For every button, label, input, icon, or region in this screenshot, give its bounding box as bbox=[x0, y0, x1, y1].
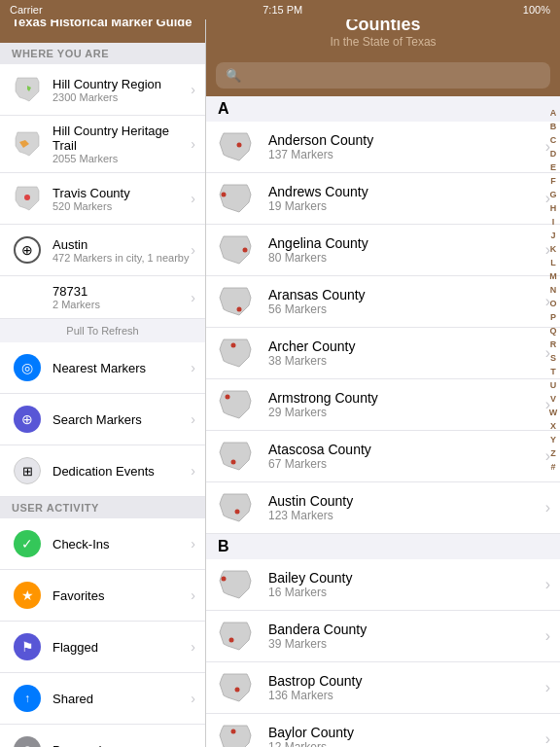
alpha-g[interactable]: G bbox=[549, 188, 556, 201]
heritage-trail-map-icon bbox=[10, 126, 45, 161]
alpha-o[interactable]: O bbox=[549, 297, 556, 310]
alpha-v[interactable]: V bbox=[550, 392, 556, 406]
alpha-t[interactable]: T bbox=[550, 365, 556, 378]
alpha-z[interactable]: Z bbox=[550, 446, 556, 460]
county-count: 39 Markers bbox=[268, 637, 545, 651]
svg-point-15 bbox=[235, 688, 240, 693]
alpha-s[interactable]: S bbox=[550, 351, 556, 365]
county-count: 16 Markers bbox=[268, 586, 545, 599]
alpha-y[interactable]: Y bbox=[550, 433, 556, 446]
county-item[interactable]: Atascosa County 67 Markers › bbox=[206, 431, 560, 482]
svg-point-9 bbox=[231, 343, 236, 348]
alpha-q[interactable]: Q bbox=[549, 324, 556, 338]
chevron-icon: › bbox=[191, 191, 195, 206]
travis-county-map-icon bbox=[10, 181, 45, 216]
item-hill-country-region[interactable]: Hill Country Region 2300 Markers › bbox=[0, 64, 205, 116]
county-count: 137 Markers bbox=[268, 148, 545, 161]
alpha-p[interactable]: P bbox=[550, 310, 556, 324]
svg-point-14 bbox=[229, 638, 234, 643]
county-item[interactable]: Archer County 38 Markers › bbox=[206, 328, 560, 379]
county-item[interactable]: Anderson County 137 Markers › bbox=[206, 122, 560, 173]
county-name: Bandera County bbox=[268, 622, 545, 637]
alpha-a[interactable]: A bbox=[550, 106, 557, 120]
county-name: Austin County bbox=[268, 493, 545, 509]
alpha-hash[interactable]: # bbox=[550, 460, 555, 474]
nearest-markers-title: Nearest Markers bbox=[52, 361, 191, 375]
browsed-title: Browsed bbox=[52, 743, 191, 748]
alpha-u[interactable]: U bbox=[550, 378, 557, 392]
county-text: Aransas County 56 Markers bbox=[268, 287, 545, 316]
county-item[interactable]: Austin County 123 Markers › bbox=[206, 482, 560, 534]
alpha-j[interactable]: J bbox=[550, 229, 555, 242]
county-item[interactable]: Angelina County 80 Markers › bbox=[206, 225, 560, 276]
item-browsed[interactable]: ◷ Browsed › bbox=[0, 725, 205, 747]
alpha-m[interactable]: M bbox=[549, 269, 557, 283]
dedication-events-title: Dedication Events bbox=[52, 464, 191, 479]
left-scroll[interactable]: WHERE YOU ARE Hill Country Region 2300 M… bbox=[0, 43, 205, 747]
alpha-c[interactable]: C bbox=[550, 133, 557, 147]
item-favorites[interactable]: ★ Favorites › bbox=[0, 570, 205, 622]
county-item[interactable]: Baylor County 12 Markers › bbox=[206, 714, 560, 747]
shared-text: Shared bbox=[52, 692, 191, 706]
item-search-markers[interactable]: ⊕ Search Markers › bbox=[0, 394, 205, 445]
county-list-scroll[interactable]: A B C D E F G H I J K L M N O P Q R S T bbox=[206, 96, 560, 747]
alpha-n[interactable]: N bbox=[550, 283, 557, 297]
section-a-header: A bbox=[206, 96, 560, 122]
svg-point-13 bbox=[222, 577, 227, 582]
chevron-icon: › bbox=[191, 742, 195, 747]
county-text: Andrews County 19 Markers bbox=[268, 184, 545, 213]
county-text: Anderson County 137 Markers bbox=[268, 132, 545, 161]
county-item[interactable]: Bailey County 16 Markers › bbox=[206, 559, 560, 611]
alpha-e[interactable]: E bbox=[550, 160, 556, 174]
alpha-i[interactable]: I bbox=[552, 215, 555, 229]
item-checkins[interactable]: ✓ Check-Ins › bbox=[0, 518, 205, 570]
county-count: 19 Markers bbox=[268, 199, 545, 213]
alpha-h[interactable]: H bbox=[550, 201, 557, 215]
travis-county-sub: 520 Markers bbox=[52, 200, 191, 212]
county-item[interactable]: Bandera County 39 Markers › bbox=[206, 611, 560, 662]
alpha-w[interactable]: W bbox=[549, 406, 558, 419]
section-where-you-are: WHERE YOU ARE bbox=[0, 43, 205, 64]
svg-point-12 bbox=[235, 510, 240, 515]
chevron-icon: › bbox=[191, 536, 195, 551]
county-map-icon bbox=[216, 439, 259, 474]
flagged-title: Flagged bbox=[52, 640, 191, 655]
alpha-r[interactable]: R bbox=[550, 338, 557, 351]
austin-sub: 472 Markers in city, 1 nearby bbox=[52, 252, 191, 264]
austin-title: Austin bbox=[52, 237, 191, 252]
county-count: 56 Markers bbox=[268, 302, 545, 316]
alpha-d[interactable]: D bbox=[550, 147, 557, 160]
search-markers-title: Search Markers bbox=[52, 412, 191, 427]
item-dedication-events[interactable]: ⊞ Dedication Events › bbox=[0, 445, 205, 497]
item-travis-county[interactable]: Travis County 520 Markers › bbox=[0, 173, 205, 225]
hill-country-region-sub: 2300 Markers bbox=[52, 91, 191, 103]
county-map-icon bbox=[216, 722, 259, 747]
alpha-x[interactable]: X bbox=[550, 419, 556, 433]
county-item[interactable]: Bastrop County 136 Markers › bbox=[206, 662, 560, 714]
county-text: Bailey County 16 Markers bbox=[268, 570, 545, 599]
favorites-icon: ★ bbox=[10, 578, 45, 613]
item-austin[interactable]: ⊕ Austin 472 Markers in city, 1 nearby › bbox=[0, 225, 205, 276]
alpha-l[interactable]: L bbox=[550, 256, 556, 269]
item-nearest-markers[interactable]: ◎ Nearest Markers › bbox=[0, 342, 205, 394]
county-name: Andrews County bbox=[268, 184, 545, 199]
alpha-index: A B C D E F G H I J K L M N O P Q R S T bbox=[546, 96, 560, 747]
alpha-b[interactable]: B bbox=[550, 120, 557, 133]
svg-point-7 bbox=[243, 248, 248, 253]
chevron-icon: › bbox=[191, 639, 195, 655]
county-item[interactable]: Aransas County 56 Markers › bbox=[206, 276, 560, 328]
search-input-display[interactable]: 🔍 bbox=[216, 62, 550, 89]
alpha-k[interactable]: K bbox=[550, 242, 557, 256]
county-item[interactable]: Armstrong County 29 Markers › bbox=[206, 379, 560, 431]
county-map-icon bbox=[216, 567, 259, 602]
county-text: Angelina County 80 Markers bbox=[268, 235, 545, 265]
item-heritage-trail[interactable]: Hill Country Heritage Trail 2055 Markers… bbox=[0, 116, 205, 173]
county-name: Aransas County bbox=[268, 287, 545, 302]
item-flagged[interactable]: ⚑ Flagged › bbox=[0, 622, 205, 673]
alpha-f[interactable]: F bbox=[550, 174, 556, 188]
county-item[interactable]: Andrews County 19 Markers › bbox=[206, 173, 560, 225]
county-text: Bandera County 39 Markers bbox=[268, 622, 545, 651]
item-zip[interactable]: 78731 2 Markers › bbox=[0, 276, 205, 319]
item-shared[interactable]: ↑ Shared › bbox=[0, 673, 205, 725]
chevron-icon: › bbox=[191, 82, 195, 97]
